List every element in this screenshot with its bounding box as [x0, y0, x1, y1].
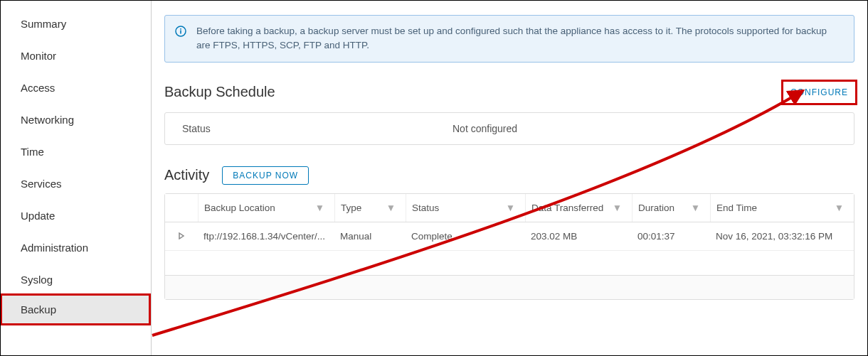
sidebar-item-summary[interactable]: Summary [1, 8, 151, 40]
info-icon [175, 26, 186, 41]
sidebar-item-networking[interactable]: Networking [1, 104, 151, 136]
column-expand [165, 199, 198, 216]
expand-row-icon[interactable] [178, 231, 185, 242]
activity-table: Backup Location ▼ Type ▼ Status ▼ Data T… [164, 193, 854, 300]
cell-status: Complete [406, 222, 525, 250]
configure-highlight: CONFIGURE [781, 80, 857, 105]
column-duration[interactable]: Duration ▼ [632, 194, 710, 222]
svg-rect-2 [180, 28, 181, 30]
column-data-label: Data Transferred [531, 203, 603, 213]
sidebar-item-update[interactable]: Update [1, 200, 151, 232]
column-duration-label: Duration [638, 203, 674, 213]
cell-type: Manual [334, 222, 406, 250]
filter-icon[interactable]: ▼ [608, 203, 626, 213]
main-content: Before taking a backup, a backup server … [152, 1, 867, 355]
filter-icon[interactable]: ▼ [687, 203, 704, 213]
table-footer [165, 275, 854, 299]
column-end-time[interactable]: End Time ▼ [710, 194, 854, 222]
sidebar-item-access[interactable]: Access [1, 72, 151, 104]
sidebar-item-syslog[interactable]: Syslog [1, 264, 151, 296]
info-banner: Before taking a backup, a backup server … [164, 15, 854, 63]
filter-icon[interactable]: ▼ [311, 203, 329, 213]
backup-now-button[interactable]: BACKUP NOW [222, 166, 309, 185]
sidebar-item-administration[interactable]: Administration [1, 232, 151, 264]
schedule-status-value: Not configured [435, 113, 534, 144]
sidebar-item-services[interactable]: Services [1, 168, 151, 200]
column-status[interactable]: Status ▼ [406, 194, 525, 222]
sidebar-item-monitor[interactable]: Monitor [1, 40, 151, 72]
cell-location: ftp://192.168.1.34/vCenter/... [198, 222, 334, 250]
filter-icon[interactable]: ▼ [830, 203, 848, 213]
filter-icon[interactable]: ▼ [382, 203, 400, 213]
schedule-status-label: Status [165, 113, 435, 144]
configure-button[interactable]: CONFIGURE [785, 85, 854, 100]
schedule-status-box: Status Not configured [164, 112, 854, 145]
cell-duration: 00:01:37 [632, 222, 710, 250]
filter-icon[interactable]: ▼ [502, 203, 519, 213]
activity-title: Activity [164, 167, 209, 183]
svg-rect-1 [180, 31, 181, 34]
column-location-label: Backup Location [204, 203, 275, 213]
sidebar-item-time[interactable]: Time [1, 136, 151, 168]
column-data-transferred[interactable]: Data Transferred ▼ [525, 194, 632, 222]
column-status-label: Status [412, 203, 439, 213]
column-type[interactable]: Type ▼ [334, 194, 406, 222]
table-header: Backup Location ▼ Type ▼ Status ▼ Data T… [165, 194, 854, 222]
table-row[interactable]: ftp://192.168.1.34/vCenter/... Manual Co… [165, 222, 854, 251]
backup-schedule-title: Backup Schedule [164, 84, 275, 100]
info-banner-text: Before taking a backup, a backup server … [196, 26, 827, 50]
sidebar-item-backup[interactable]: Backup [0, 293, 151, 325]
cell-data-transferred: 203.02 MB [525, 222, 632, 250]
sidebar: Summary Monitor Access Networking Time S… [1, 1, 152, 355]
column-end-label: End Time [716, 203, 757, 213]
column-location[interactable]: Backup Location ▼ [198, 194, 334, 222]
column-type-label: Type [341, 203, 361, 213]
cell-end-time: Nov 16, 2021, 03:32:16 PM [710, 222, 854, 250]
